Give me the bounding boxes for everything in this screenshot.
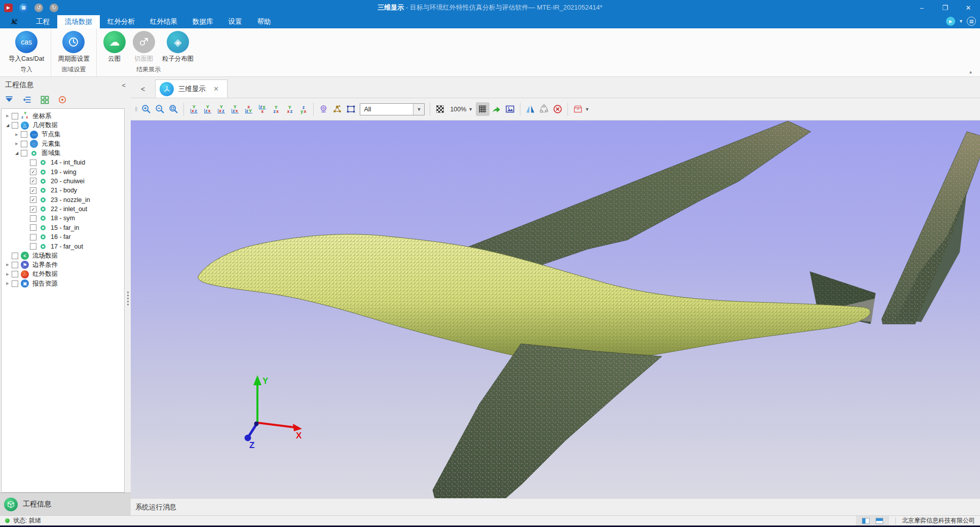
view-iso-1-icon[interactable]: Yzx: [269, 105, 283, 113]
tree-item[interactable]: 14 - int_fluid: [2, 158, 124, 167]
tree-checkbox[interactable]: [12, 253, 18, 259]
tree-item[interactable]: ◢面域集: [2, 149, 124, 158]
tree-checkbox[interactable]: [12, 122, 18, 129]
tree-item[interactable]: ✓20 - chuiwei: [2, 177, 124, 186]
contour-button[interactable]: ☁ 云图: [100, 31, 129, 63]
tree-item[interactable]: ▶⚑边界条件: [2, 260, 124, 269]
view-top-icon[interactable]: xzY: [242, 105, 255, 113]
mirror-icon[interactable]: [523, 102, 537, 116]
tree-item[interactable]: ✓19 - wing: [2, 167, 124, 176]
delete-icon[interactable]: [551, 102, 564, 116]
tree-checkbox[interactable]: [12, 113, 18, 119]
expander-expanded-icon[interactable]: ◢: [13, 151, 21, 155]
expander-collapsed-icon[interactable]: ▶: [4, 114, 12, 118]
close-button[interactable]: ✕: [957, 0, 980, 15]
splitter-handle[interactable]: [127, 292, 129, 305]
tree-checkbox[interactable]: ✓: [30, 196, 36, 203]
zoom-fit-icon[interactable]: [167, 102, 180, 116]
tree-checkbox[interactable]: [30, 159, 36, 166]
periodic-copy-icon[interactable]: [537, 102, 551, 116]
particle-distribution-button[interactable]: ◈ 粒子分布图: [159, 31, 198, 63]
menu-item-3[interactable]: 红外结果: [142, 15, 185, 28]
transparency-icon[interactable]: [433, 102, 447, 116]
snapshot-image-icon[interactable]: [503, 102, 517, 116]
tree-checkbox[interactable]: [30, 224, 36, 231]
panel-collapse-icon[interactable]: <: [122, 82, 126, 89]
view-iso-2-icon[interactable]: Yxz: [283, 105, 296, 113]
tab-scroll-left-icon[interactable]: <: [131, 85, 155, 98]
save-icon[interactable]: ▦: [19, 4, 28, 12]
save-view-box-icon[interactable]: [571, 102, 585, 116]
view-left-icon[interactable]: Yxz: [214, 105, 228, 113]
tree-checkbox[interactable]: [12, 271, 18, 277]
style-caret-icon[interactable]: ▼: [959, 19, 963, 24]
tree-item[interactable]: 18 - sym: [2, 214, 124, 223]
help-book-icon[interactable]: ▤: [967, 17, 976, 26]
tree-item[interactable]: ▶∴红外数据: [2, 270, 124, 279]
part-filter-select[interactable]: All ▼: [360, 103, 425, 115]
view-front-icon[interactable]: Yxz: [187, 105, 201, 113]
tree-checkbox[interactable]: ✓: [30, 206, 36, 213]
tree-item[interactable]: <流场数据: [2, 251, 124, 260]
tab-close-icon[interactable]: ✕: [213, 85, 219, 93]
tree-checkbox[interactable]: [21, 131, 27, 138]
layout-horizontal-icon[interactable]: [876, 518, 883, 524]
mesh-toggle-icon[interactable]: [476, 102, 489, 116]
toolbar-grip[interactable]: ‖: [135, 105, 137, 113]
collapse-list-icon[interactable]: [22, 95, 32, 105]
view-bottom-icon[interactable]: zyx: [255, 105, 269, 113]
expander-collapsed-icon[interactable]: ▶: [4, 263, 12, 267]
filter-icon[interactable]: [4, 95, 14, 105]
share-export-icon[interactable]: [489, 102, 503, 116]
tree-item[interactable]: ▶Yzx坐标系: [2, 111, 124, 120]
marquee-select-icon[interactable]: [344, 102, 358, 116]
tree-checkbox[interactable]: ✓: [30, 169, 36, 175]
tree-checkbox[interactable]: [12, 280, 18, 287]
tree-checkbox[interactable]: [21, 141, 27, 147]
tree-item[interactable]: ✓22 - inlet_out: [2, 205, 124, 214]
view-back-icon[interactable]: Yzx: [201, 105, 214, 113]
tree-item[interactable]: 17 - far_out: [2, 241, 124, 251]
molecule-icon[interactable]: [330, 102, 344, 116]
expander-collapsed-icon[interactable]: ▶: [4, 272, 12, 276]
locate-target-icon[interactable]: [57, 95, 67, 105]
panel-footer-tab[interactable]: 工程信息: [0, 493, 131, 515]
tree-checkbox[interactable]: [30, 234, 36, 240]
tree-item[interactable]: ◢△几何数据: [2, 120, 124, 130]
menu-item-4[interactable]: 数据库: [185, 15, 221, 28]
tree-item[interactable]: 16 - far: [2, 232, 124, 241]
tree-checkbox[interactable]: [12, 262, 18, 268]
grid-view-icon[interactable]: [40, 95, 50, 105]
menu-item-6[interactable]: 帮助: [250, 15, 279, 28]
expander-expanded-icon[interactable]: ◢: [4, 123, 12, 128]
menu-item-0[interactable]: 工程: [28, 15, 57, 28]
viewport-3d[interactable]: Y X Z: [131, 120, 980, 498]
import-cas-dat-button[interactable]: cas 导入Cas/Dat: [5, 31, 48, 63]
zoom-in-icon[interactable]: [139, 102, 153, 116]
undo-icon[interactable]: ↺: [34, 4, 43, 12]
view-iso-3-icon[interactable]: zyx: [296, 105, 310, 113]
tree-item[interactable]: ✓21 - body: [2, 186, 124, 195]
ribbon-collapse-icon[interactable]: ▴: [969, 69, 972, 74]
camera-icon[interactable]: [317, 102, 330, 116]
style-switch-icon[interactable]: ▶: [946, 17, 955, 26]
periodic-face-button[interactable]: 周期面设置: [54, 31, 93, 63]
tree-item[interactable]: ▶▣报告资源: [2, 279, 124, 288]
tree-checkbox[interactable]: ✓: [30, 178, 36, 184]
tree-item[interactable]: ▶◌元素集: [2, 139, 124, 148]
tree-checkbox[interactable]: [21, 150, 27, 156]
expander-collapsed-icon[interactable]: ▶: [13, 133, 21, 137]
tree-checkbox[interactable]: [30, 243, 36, 250]
combo-dropdown-icon[interactable]: ▼: [413, 104, 424, 115]
redo-icon[interactable]: ↻: [50, 4, 58, 12]
zoom-out-icon[interactable]: [153, 102, 167, 116]
layout-vertical-icon[interactable]: [862, 518, 870, 524]
save-view-caret-icon[interactable]: ▼: [585, 107, 589, 112]
menu-item-2[interactable]: 红外分析: [100, 15, 142, 28]
import-quick-icon[interactable]: ▶: [4, 4, 13, 12]
menu-item-1[interactable]: 流场数据: [57, 15, 100, 28]
tree-item[interactable]: ✓23 - nozzle_in: [2, 195, 124, 205]
restore-button[interactable]: ❐: [933, 0, 957, 15]
view-right-icon[interactable]: Yzx: [228, 105, 242, 113]
tree-checkbox[interactable]: [30, 215, 36, 222]
